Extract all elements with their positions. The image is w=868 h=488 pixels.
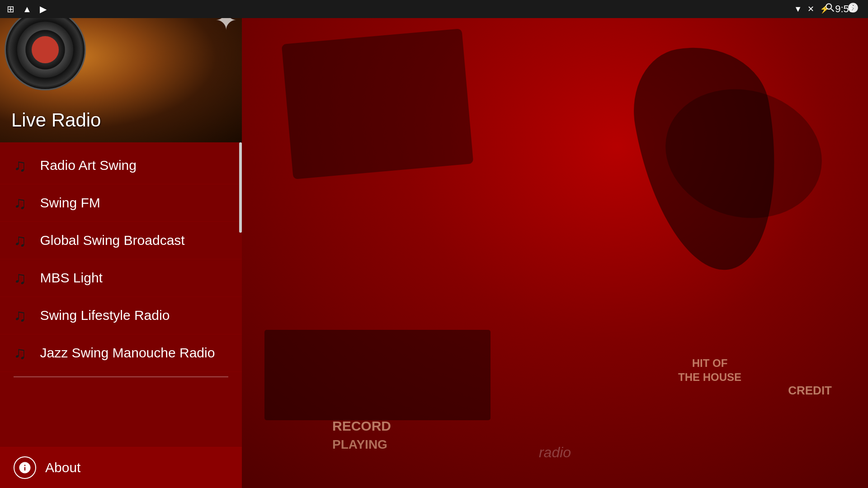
radio-item-1[interactable]: ♫ Radio Art Swing <box>0 147 242 184</box>
app-icon-tray: ⊞ ▲ ▶ <box>0 0 53 18</box>
radio-item-2[interactable]: ♫ Swing FM <box>0 184 242 222</box>
radio-name-2: Swing FM <box>40 195 100 211</box>
bg-shape-equipment <box>264 330 491 420</box>
record-label <box>32 36 59 63</box>
status-bar: ⊞ ▲ ▶ ▼ ✕ ⚡ 9:58 <box>0 0 868 18</box>
wifi-icon: ▼ <box>794 5 802 14</box>
divider <box>14 376 228 377</box>
radio-name-6: Jazz Swing Manouche Radio <box>40 345 215 361</box>
bg-shape-turntable <box>282 28 474 179</box>
bg-label-record: RECORD <box>332 418 391 434</box>
about-section[interactable]: About <box>0 447 242 488</box>
main-background: HIT OF THE HOUSE RECORD PLAYING CREDIT r… <box>242 0 868 488</box>
sidebar: ✦ Live Radio ♫ Radio Art Swing ♫ Swing F… <box>0 0 242 488</box>
signal-icon: ✕ <box>807 4 814 14</box>
music-note-icon-6: ♫ <box>14 344 27 361</box>
bg-silhouette <box>623 35 796 281</box>
radio-name-1: Radio Art Swing <box>40 158 137 173</box>
bg-label-hit: HIT OF THE HOUSE <box>678 356 741 384</box>
music-note-icon-5: ♫ <box>14 307 27 324</box>
vinyl-record <box>5 9 86 90</box>
radio-item-4[interactable]: ♫ MBS Light <box>0 259 242 297</box>
main-panel: HIT OF THE HOUSE RECORD PLAYING CREDIT r… <box>242 0 868 488</box>
radio-item-5[interactable]: ♫ Swing Lifestyle Radio <box>0 297 242 334</box>
music-note-icon-1: ♫ <box>14 157 27 174</box>
radio-item-6[interactable]: ♫ Jazz Swing Manouche Radio <box>0 334 242 372</box>
about-icon <box>14 456 36 479</box>
radio-name-4: MBS Light <box>40 270 103 286</box>
radio-name-5: Swing Lifestyle Radio <box>40 308 170 323</box>
about-label: About <box>45 460 80 475</box>
header-image: ✦ Live Radio <box>0 0 242 142</box>
header-title: Live Radio <box>11 109 101 131</box>
play-app-icon: ▶ <box>40 4 47 14</box>
info-icon[interactable] <box>847 2 859 17</box>
radio-list[interactable]: ♫ Radio Art Swing ♫ Swing FM ♫ Global Sw… <box>0 142 242 447</box>
music-note-icon-2: ♫ <box>14 194 27 211</box>
gallery-app-icon: ⊞ <box>7 4 14 14</box>
radio-item-3[interactable]: ♫ Global Swing Broadcast <box>0 222 242 259</box>
search-icon[interactable] <box>824 2 836 17</box>
bg-label-playing: PLAYING <box>332 437 387 452</box>
action-icon-tray <box>815 0 868 18</box>
scroll-indicator[interactable] <box>239 142 242 233</box>
bg-label-credit: CREDIT <box>788 384 832 398</box>
music-note-icon-4: ♫ <box>14 269 27 286</box>
watermark: radio <box>539 444 571 461</box>
radio-name-3: Global Swing Broadcast <box>40 233 185 248</box>
photo-app-icon: ▲ <box>23 4 32 14</box>
music-note-icon-3: ♫ <box>14 232 27 249</box>
